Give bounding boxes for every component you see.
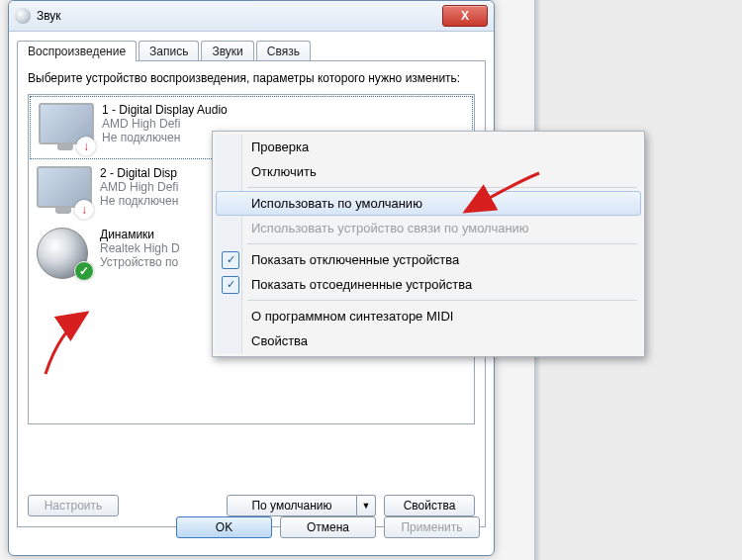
tab-playback[interactable]: Воспроизведение [17,41,137,61]
device-status: Не подключен [102,131,228,144]
menu-item[interactable]: Свойства [216,328,641,353]
device-text: 1 - Digital Display Audio AMD High Defi … [102,103,228,152]
dialog-button-row: OK Отмена Применить [17,508,486,547]
menu-item[interactable]: Проверка [216,135,641,159]
titlebar[interactable]: Звук X [9,1,494,32]
device-text: Динамики Realtek High D Устройство по [100,228,180,277]
close-button[interactable]: X [442,5,488,27]
instruction-text: Выберите устройство воспроизведения, пар… [28,71,475,86]
menu-separator [247,243,637,244]
apply-button[interactable]: Применить [384,516,480,538]
menu-item[interactable]: Показать отключенные устройства✓ [216,247,641,272]
menu-separator [247,187,637,188]
sound-icon [15,8,31,24]
device-title: 1 - Digital Display Audio [102,103,228,117]
monitor-icon: ↓ [37,166,90,216]
monitor-icon: ↓ [39,103,92,152]
ok-button[interactable]: OK [176,516,272,538]
check-icon: ✓ [222,276,239,294]
cancel-button[interactable]: Отмена [280,516,376,538]
menu-item: Использовать устройство связи по умолчан… [216,216,641,240]
check-icon: ✓ [222,251,239,269]
menu-item[interactable]: Отключить [216,159,641,184]
window-title: Звук [37,9,61,23]
device-title: 2 - Digital Disp [100,166,178,180]
menu-item[interactable]: О программном синтезаторе MIDI [216,304,641,328]
arrow-down-icon: ↓ [76,137,96,156]
device-title: Динамики [100,228,180,241]
device-status: Устройство по [100,255,180,269]
device-text: 2 - Digital Disp AMD High Defi Не подклю… [100,166,178,216]
device-status: Не подключен [100,194,178,208]
speaker-icon: ✓ [37,228,90,277]
menu-separator [247,300,637,301]
menu-item[interactable]: Использовать по умолчанию [216,191,641,216]
check-icon: ✓ [74,261,94,281]
tabstrip: Воспроизведение Запись Звуки Связь [17,39,486,60]
arrow-down-icon: ↓ [74,200,94,220]
device-sub: AMD High Defi [100,180,178,194]
device-sub: Realtek High D [100,241,180,255]
tab-record[interactable]: Запись [139,41,199,61]
device-sub: AMD High Defi [102,117,228,131]
context-menu[interactable]: ПроверкаОтключитьИспользовать по умолчан… [212,131,645,357]
close-icon: X [461,9,469,23]
menu-item[interactable]: Показать отсоединенные устройства✓ [216,272,641,297]
tab-communications[interactable]: Связь [256,41,311,61]
tab-sounds[interactable]: Звуки [201,41,253,61]
